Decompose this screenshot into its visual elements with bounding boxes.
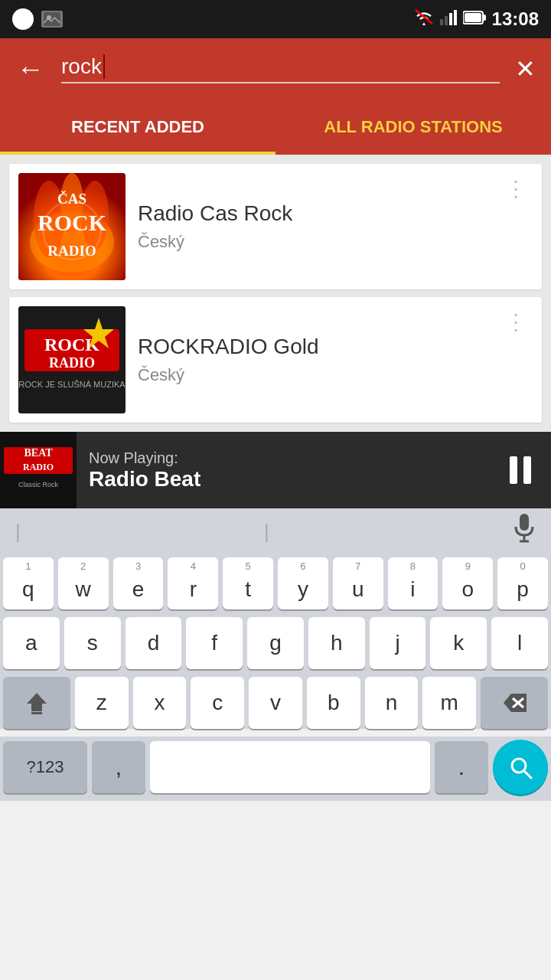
search-bar: ← rock ✕ [0,38,551,100]
keyboard-suggestions-bar: | | [0,508,551,554]
back-button[interactable]: ← [15,53,46,85]
suggestion-divider-left: | [15,520,21,544]
key-o-num: 9 [465,560,471,572]
key-h-letter: h [331,631,343,655]
key-x[interactable]: x [133,677,187,729]
key-s[interactable]: s [64,617,121,669]
svg-line-2 [416,10,432,24]
tab-all-radio-stations[interactable]: ALL RADIO STATIONS [276,100,551,155]
key-w-num: 2 [80,560,86,572]
key-q[interactable]: 1 q [3,557,54,609]
key-m[interactable]: m [422,677,476,729]
key-j-letter: j [395,631,399,655]
station-more-button-rockradio-gold[interactable]: ⋮ [499,306,533,338]
space-key[interactable] [150,741,430,793]
svg-rect-3 [440,19,443,25]
key-v[interactable]: v [249,677,302,729]
key-d-letter: d [148,631,160,655]
key-p-num: 0 [520,560,525,572]
keyboard-bottom-row: ?123 , . [0,737,551,801]
key-y-num: 6 [300,560,305,572]
key-q-num: 1 [25,560,31,572]
key-o-letter: o [461,577,474,602]
status-bar: 13:08 [0,0,551,38]
mic-button[interactable] [513,514,536,549]
key-f[interactable]: f [186,617,243,669]
image-icon [41,11,63,28]
key-l-letter: l [517,631,522,655]
svg-rect-4 [445,16,448,25]
svg-rect-6 [454,10,457,25]
key-k-letter: k [453,631,464,655]
key-u[interactable]: 7 u [333,557,383,609]
station-card-rockradio-gold[interactable]: ROCK RADIO ROCK JE SLUŠNÁ MUZIKA ROCKRAD… [9,297,542,423]
pause-button[interactable] [490,432,551,508]
station-info-rockradio-gold: ROCKRADIO Gold Český [138,335,533,385]
key-a[interactable]: a [3,617,60,669]
key-r[interactable]: 4 r [168,557,218,609]
key-k[interactable]: k [430,617,487,669]
key-e-num: 3 [135,560,141,572]
symbols-key[interactable]: ?123 [3,741,87,793]
period-label: . [458,754,465,780]
search-query-text[interactable]: rock [61,54,102,79]
backspace-key[interactable] [481,677,548,729]
status-time: 13:08 [492,8,539,30]
key-z[interactable]: z [75,677,129,729]
comma-label: , [116,754,122,780]
station-genre-rockradio-gold: Český [138,365,533,385]
key-o[interactable]: 9 o [442,557,493,609]
key-g[interactable]: g [247,617,304,669]
key-j[interactable]: j [370,617,426,669]
station-genre-cas-rock: Český [138,232,533,252]
search-key[interactable] [493,740,548,795]
now-playing-bar[interactable]: BEAT RADIO Classic Rock Now Playing: Rad… [0,432,551,508]
key-c[interactable]: c [191,677,244,729]
key-i-num: 8 [410,560,416,572]
key-p[interactable]: 0 p [497,557,548,609]
svg-text:RADIO: RADIO [47,243,96,259]
svg-text:Classic Rock: Classic Rock [18,481,59,488]
station-name-cas-rock: Radio Cas Rock [138,201,533,226]
key-n[interactable]: n [365,677,419,729]
content-area: ČAS ROCK RADIO Radio Cas Rock Český ⋮ RO… [0,155,551,432]
symbols-label: ?123 [27,757,64,777]
tab-recent-added[interactable]: RECENT ADDED [0,100,276,155]
keyboard-row-2: a s d f g h j k l [3,617,548,669]
key-e[interactable]: 3 e [113,557,164,609]
key-u-num: 7 [355,560,360,572]
key-y[interactable]: 6 y [278,557,328,609]
svg-rect-0 [44,12,60,26]
key-r-num: 4 [191,560,196,572]
keyboard-row-1: 1 q 2 w 3 e 4 r 5 t 6 y 7 u 8 i [3,557,548,609]
shift-key[interactable] [3,677,70,729]
tabs: RECENT ADDED ALL RADIO STATIONS [0,100,551,155]
key-b-letter: b [328,691,340,715]
clear-button[interactable]: ✕ [515,54,536,83]
signal-icon [440,8,457,30]
svg-text:RADIO: RADIO [23,462,54,472]
pause-bar-left [510,456,517,484]
now-playing-info: Now Playing: Radio Beat [77,449,490,492]
comma-key[interactable]: , [92,741,145,793]
key-t-num: 5 [245,560,250,572]
search-input-wrapper: rock [61,54,500,83]
key-w[interactable]: 2 w [58,557,109,609]
key-i[interactable]: 8 i [388,557,439,609]
key-b[interactable]: b [307,677,360,729]
now-playing-label: Now Playing: [89,449,478,467]
station-more-button-cas-rock[interactable]: ⋮ [499,173,533,204]
svg-text:BEAT: BEAT [24,447,53,459]
period-key[interactable]: . [435,741,488,793]
key-l[interactable]: l [491,617,548,669]
key-t[interactable]: 5 t [223,557,273,609]
now-playing-title: Radio Beat [89,467,478,492]
svg-rect-33 [31,712,42,714]
key-r-letter: r [190,577,197,602]
station-card-cas-rock[interactable]: ČAS ROCK RADIO Radio Cas Rock Český ⋮ [9,164,542,289]
key-h[interactable]: h [308,617,365,669]
key-d[interactable]: d [126,617,182,669]
station-logo-rockradio-gold: ROCK RADIO ROCK JE SLUŠNÁ MUZIKA [18,306,126,413]
pause-icon [510,456,531,484]
suggestion-divider-right: | [264,520,269,544]
